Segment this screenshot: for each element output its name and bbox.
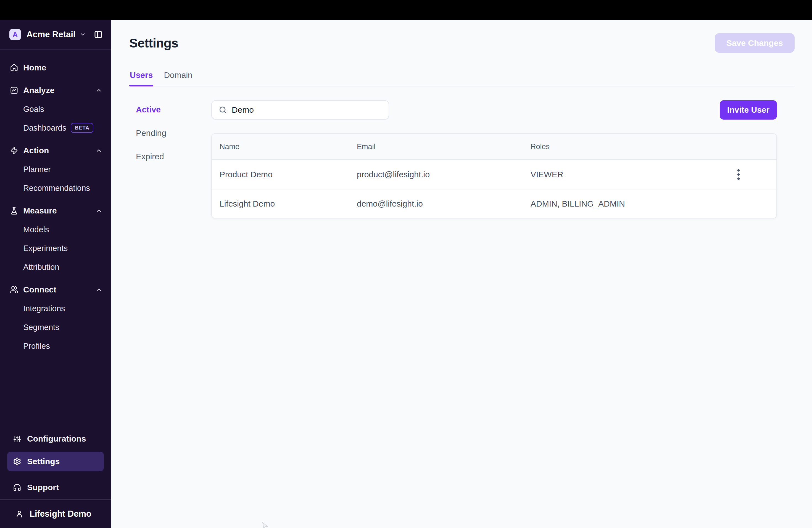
sidebar-item-label: Dashboards	[23, 123, 66, 133]
sidebar-item-support[interactable]: Support	[0, 478, 111, 497]
sidebar-item-attribution[interactable]: Attribution	[0, 258, 111, 276]
sidebar-section-label: Analyze	[23, 86, 54, 95]
sidebar-section-label: Connect	[23, 285, 56, 294]
sidebar-section-analyze[interactable]: Analyze	[0, 81, 111, 100]
user-menu[interactable]: Lifesight Demo	[0, 499, 111, 528]
row-menu-button[interactable]	[732, 168, 745, 181]
invite-user-button[interactable]: Invite User	[720, 100, 777, 120]
sidebar-item-experiments[interactable]: Experiments	[0, 239, 111, 258]
users-table-section: Invite User Name Email Roles Product Dem…	[211, 100, 777, 218]
chevron-up-icon	[96, 87, 102, 93]
users-panel: Active Pending Expired Invite User	[129, 100, 795, 218]
column-header-name: Name	[220, 143, 357, 151]
sidebar-item-label: Configurations	[27, 434, 86, 443]
sidebar-item-label: Planner	[23, 165, 51, 174]
sidebar-nav: Home Analyze Goals Dashboards BETA	[0, 50, 111, 355]
filter-active[interactable]: Active	[129, 101, 211, 118]
chevron-up-icon	[96, 287, 102, 293]
sidebar-item-home[interactable]: Home	[0, 58, 111, 77]
sidebar-item-planner[interactable]: Planner	[0, 160, 111, 179]
sliders-icon	[13, 435, 21, 443]
page-header: Settings Save Changes	[129, 33, 795, 53]
users-icon	[10, 285, 18, 294]
page-title: Settings	[129, 35, 178, 50]
sidebar-item-label: Segments	[23, 323, 59, 332]
mouse-cursor	[261, 522, 270, 528]
gear-icon	[13, 457, 21, 466]
sidebar-item-label: Profiles	[23, 342, 50, 351]
search-box	[211, 100, 389, 120]
tab-bar: Users Domain	[129, 70, 795, 86]
table-header-row: Name Email Roles	[212, 134, 777, 160]
sidebar-item-label: Attribution	[23, 263, 59, 272]
search-input[interactable]	[232, 105, 382, 115]
cell-name: Product Demo	[220, 170, 357, 179]
beta-badge: BETA	[71, 123, 93, 133]
sidebar-item-label: Settings	[27, 457, 60, 466]
sidebar-item-models[interactable]: Models	[0, 220, 111, 239]
workspace-switcher[interactable]: A Acme Retail	[0, 20, 111, 50]
cell-email: demo@lifesight.io	[357, 199, 531, 208]
sidebar-footer: Configurations Settings Support	[0, 429, 111, 499]
chart-frame-icon	[10, 86, 18, 94]
sidebar-item-configurations[interactable]: Configurations	[0, 429, 111, 448]
user-icon	[15, 510, 24, 518]
bolt-icon	[10, 146, 18, 155]
chevron-up-icon	[96, 207, 102, 214]
user-name: Lifesight Demo	[30, 509, 91, 519]
sidebar-item-settings[interactable]: Settings	[7, 452, 104, 471]
workspace-initial: A	[13, 30, 18, 39]
table-toolbar: Invite User	[211, 100, 777, 120]
table-row: Lifesight Demo demo@lifesight.io ADMIN, …	[212, 189, 777, 218]
chevron-up-icon	[96, 147, 102, 154]
sidebar-section-measure[interactable]: Measure	[0, 201, 111, 220]
kebab-icon	[737, 169, 740, 180]
sidebar-section-action[interactable]: Action	[0, 141, 111, 160]
chevron-down-icon	[80, 31, 86, 38]
workspace-avatar: A	[10, 29, 21, 40]
tab-domain[interactable]: Domain	[163, 70, 193, 86]
filter-expired[interactable]: Expired	[129, 148, 211, 165]
status-filter-list: Active Pending Expired	[129, 100, 211, 218]
flask-icon	[10, 207, 18, 215]
sidebar-item-recommendations[interactable]: Recommendations	[0, 179, 111, 197]
sidebar-item-goals[interactable]: Goals	[0, 100, 111, 118]
sidebar-item-label: Support	[27, 483, 59, 492]
sidebar-section-label: Action	[23, 146, 49, 155]
column-header-roles: Roles	[531, 143, 777, 151]
top-bar	[0, 0, 812, 20]
sidebar-section-label: Measure	[23, 206, 57, 216]
save-changes-button[interactable]: Save Changes	[715, 33, 795, 53]
column-header-email: Email	[357, 143, 531, 151]
sidebar-item-label: Integrations	[23, 304, 65, 313]
headphones-icon	[13, 483, 21, 492]
sidebar-item-profiles[interactable]: Profiles	[0, 337, 111, 355]
sidebar-section-connect[interactable]: Connect	[0, 280, 111, 299]
sidebar: A Acme Retail Home Analyze	[0, 20, 111, 528]
workspace-name: Acme Retail	[27, 30, 75, 40]
tab-users[interactable]: Users	[129, 70, 153, 86]
home-icon	[10, 63, 18, 72]
sidebar-item-integrations[interactable]: Integrations	[0, 299, 111, 318]
search-icon	[218, 105, 227, 114]
app-shell: A Acme Retail Home Analyze	[0, 20, 812, 528]
cell-name: Lifesight Demo	[220, 199, 357, 208]
sidebar-item-label: Home	[23, 63, 46, 72]
filter-pending[interactable]: Pending	[129, 124, 211, 142]
sidebar-item-label: Recommendations	[23, 184, 90, 193]
main-content: Settings Save Changes Users Domain Activ…	[111, 20, 812, 528]
sidebar-item-label: Goals	[23, 105, 44, 114]
table-row: Product Demo product@lifesight.io VIEWER	[212, 160, 777, 189]
sidebar-item-label: Models	[23, 225, 49, 234]
cell-email: product@lifesight.io	[357, 170, 531, 179]
sidebar-item-segments[interactable]: Segments	[0, 318, 111, 337]
users-table: Name Email Roles Product Demo product@li…	[211, 133, 777, 218]
cell-roles: ADMIN, BILLING_ADMIN	[531, 199, 777, 208]
panel-toggle-icon[interactable]	[94, 30, 103, 39]
sidebar-item-dashboards[interactable]: Dashboards BETA	[0, 118, 111, 137]
sidebar-item-label: Experiments	[23, 244, 68, 253]
